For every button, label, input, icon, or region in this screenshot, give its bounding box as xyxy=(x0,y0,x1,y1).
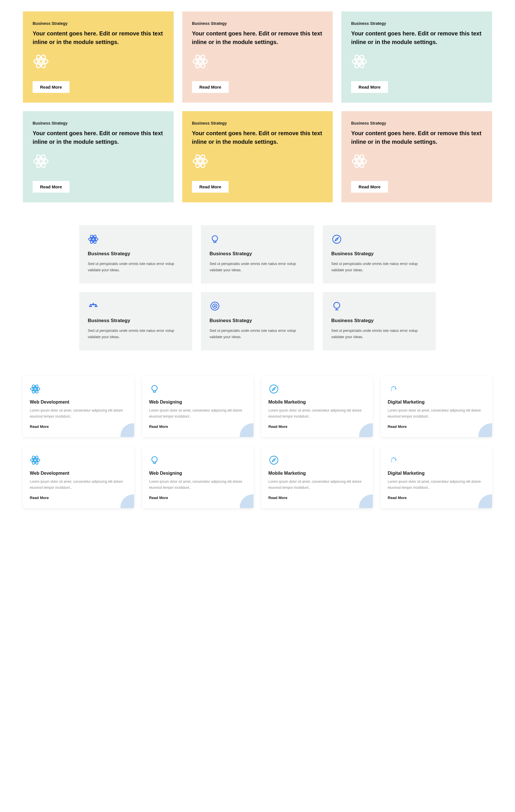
service-cards-grid: Web Development Lorem ipsum dolor sit am… xyxy=(23,447,492,508)
atom-icon xyxy=(88,234,184,246)
card-category: Business Strategy xyxy=(192,21,323,26)
read-more-button[interactable]: Read More xyxy=(351,81,388,93)
bulb-icon xyxy=(210,234,305,246)
card-title: Web Designing xyxy=(149,400,247,405)
read-more-button[interactable]: Read More xyxy=(33,181,70,193)
card-description: Lorem ipsum dolor sit amet, consectetur … xyxy=(388,479,485,490)
read-more-button[interactable]: Read More xyxy=(192,81,229,93)
card-title: Business Strategy xyxy=(210,251,305,257)
card-title: Mobile Marketing xyxy=(268,400,366,405)
card-title: Digital Marketing xyxy=(388,400,485,405)
scale-icon xyxy=(88,301,184,313)
card-title: Digital Marketing xyxy=(388,471,485,476)
card-title: Web Designing xyxy=(149,471,247,476)
card-description: Lorem ipsum dolor sit amet, consectetur … xyxy=(30,408,127,419)
info-card: Business Strategy Sed ut perspiciatis un… xyxy=(79,292,192,350)
card-description: Sed ut perspiciatis unde omnis iste natu… xyxy=(210,261,305,273)
atom-icon xyxy=(192,153,323,171)
card-title: Your content goes here. Edit or remove t… xyxy=(351,29,482,46)
read-more-button[interactable]: Read More xyxy=(192,181,229,193)
card-title: Business Strategy xyxy=(331,251,427,257)
read-more-link[interactable]: Read More xyxy=(30,425,49,429)
service-card: Mobile Marketing Lorem ipsum dolor sit a… xyxy=(262,376,373,437)
colored-cards-grid: Business Strategy Your content goes here… xyxy=(23,11,492,202)
feature-card: Business Strategy Your content goes here… xyxy=(182,11,333,103)
card-title: Web Development xyxy=(30,400,127,405)
feature-card: Business Strategy Your content goes here… xyxy=(182,111,333,202)
read-more-link[interactable]: Read More xyxy=(388,496,407,500)
card-title: Your content goes here. Edit or remove t… xyxy=(192,29,323,46)
compass-icon xyxy=(268,383,366,396)
info-cards-grid: Business Strategy Sed ut perspiciatis un… xyxy=(79,225,436,350)
card-category: Business Strategy xyxy=(33,121,164,125)
card-description: Lorem ipsum dolor sit amet, consectetur … xyxy=(149,479,247,490)
card-description: Lorem ipsum dolor sit amet, consectetur … xyxy=(30,479,127,490)
service-card: Web Development Lorem ipsum dolor sit am… xyxy=(23,447,134,508)
compass-icon xyxy=(268,455,366,467)
feature-card: Business Strategy Your content goes here… xyxy=(23,11,174,103)
read-more-link[interactable]: Read More xyxy=(30,496,49,500)
card-title: Your content goes here. Edit or remove t… xyxy=(33,129,164,146)
atom-icon xyxy=(33,53,164,71)
globe-icon xyxy=(331,301,427,313)
info-card: Business Strategy Sed ut perspiciatis un… xyxy=(201,225,314,284)
card-title: Your content goes here. Edit or remove t… xyxy=(351,129,482,146)
target-icon xyxy=(210,301,305,313)
atom-icon xyxy=(192,53,323,71)
card-title: Business Strategy xyxy=(88,251,184,257)
card-title: Business Strategy xyxy=(210,318,305,323)
atom-icon xyxy=(30,383,127,396)
dots-icon xyxy=(388,455,485,467)
card-title: Web Development xyxy=(30,471,127,476)
card-title: Your content goes here. Edit or remove t… xyxy=(33,29,164,46)
card-description: Sed ut perspiciatis unde omnis iste natu… xyxy=(88,261,184,273)
card-title: Business Strategy xyxy=(331,318,427,323)
read-more-link[interactable]: Read More xyxy=(268,496,287,500)
card-description: Sed ut perspiciatis unde omnis iste natu… xyxy=(210,327,305,340)
info-card: Business Strategy Sed ut perspiciatis un… xyxy=(79,225,192,284)
read-more-link[interactable]: Read More xyxy=(268,425,287,429)
read-more-link[interactable]: Read More xyxy=(388,425,407,429)
card-description: Lorem ipsum dolor sit amet, consectetur … xyxy=(268,408,366,419)
card-description: Lorem ipsum dolor sit amet, consectetur … xyxy=(149,408,247,419)
service-card: Digital Marketing Lorem ipsum dolor sit … xyxy=(381,447,492,508)
service-card: Mobile Marketing Lorem ipsum dolor sit a… xyxy=(262,447,373,508)
card-description: Lorem ipsum dolor sit amet, consectetur … xyxy=(388,408,485,419)
card-title: Business Strategy xyxy=(88,318,184,323)
card-title: Your content goes here. Edit or remove t… xyxy=(192,129,323,146)
atom-icon xyxy=(30,455,127,467)
bulb-icon xyxy=(149,383,247,396)
bulb-icon xyxy=(149,455,247,467)
read-more-button[interactable]: Read More xyxy=(351,181,388,193)
service-card: Web Designing Lorem ipsum dolor sit amet… xyxy=(142,447,253,508)
card-description: Sed ut perspiciatis unde omnis iste natu… xyxy=(88,327,184,340)
compass-icon xyxy=(331,234,427,246)
feature-card: Business Strategy Your content goes here… xyxy=(341,11,492,103)
card-title: Mobile Marketing xyxy=(268,471,366,476)
atom-icon xyxy=(351,53,482,71)
service-cards-grid: Web Development Lorem ipsum dolor sit am… xyxy=(23,376,492,437)
read-more-button[interactable]: Read More xyxy=(33,81,70,93)
info-card: Business Strategy Sed ut perspiciatis un… xyxy=(201,292,314,350)
card-category: Business Strategy xyxy=(351,121,482,125)
read-more-link[interactable]: Read More xyxy=(149,496,168,500)
service-card: Web Development Lorem ipsum dolor sit am… xyxy=(23,376,134,437)
info-card: Business Strategy Sed ut perspiciatis un… xyxy=(323,292,436,350)
read-more-link[interactable]: Read More xyxy=(149,425,168,429)
dots-icon xyxy=(388,383,485,396)
service-card: Web Designing Lorem ipsum dolor sit amet… xyxy=(142,376,253,437)
card-description: Lorem ipsum dolor sit amet, consectetur … xyxy=(268,479,366,490)
info-card: Business Strategy Sed ut perspiciatis un… xyxy=(323,225,436,284)
atom-icon xyxy=(33,153,164,171)
card-category: Business Strategy xyxy=(33,21,164,26)
feature-card: Business Strategy Your content goes here… xyxy=(341,111,492,202)
feature-card: Business Strategy Your content goes here… xyxy=(23,111,174,202)
card-description: Sed ut perspiciatis unde omnis iste natu… xyxy=(331,261,427,273)
service-card: Digital Marketing Lorem ipsum dolor sit … xyxy=(381,376,492,437)
card-category: Business Strategy xyxy=(351,21,482,26)
card-category: Business Strategy xyxy=(192,121,323,125)
atom-icon xyxy=(351,153,482,171)
card-description: Sed ut perspiciatis unde omnis iste natu… xyxy=(331,327,427,340)
